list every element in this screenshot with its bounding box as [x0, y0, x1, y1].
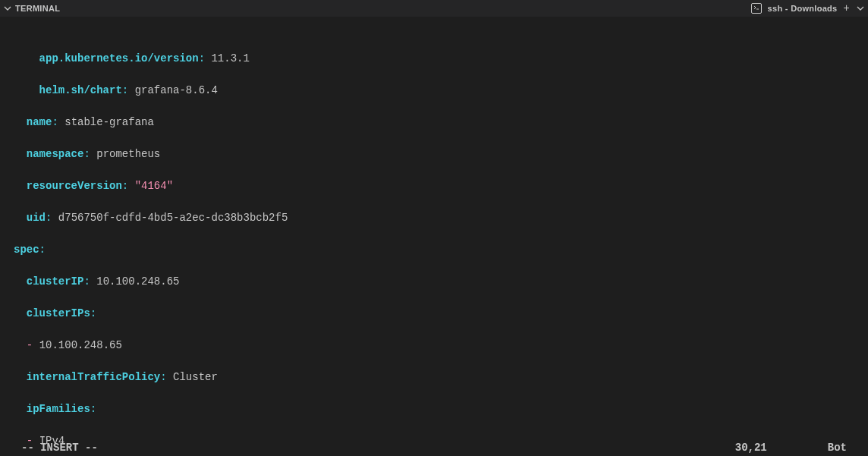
vim-scroll-pos: Bot	[828, 440, 847, 456]
yaml-line: app.kubernetes.io/version: 11.3.1	[14, 51, 868, 67]
yaml-line: clusterIP: 10.100.248.65	[14, 274, 868, 290]
terminal-tab-icon[interactable]	[751, 3, 762, 14]
yaml-line: resourceVersion: "4164"	[14, 178, 868, 194]
chevron-down-icon[interactable]	[3, 4, 12, 13]
yaml-line: internalTrafficPolicy: Cluster	[14, 370, 868, 385]
vim-status-line: -- INSERT -- 30,21 Bot	[0, 440, 868, 456]
yaml-line: ipFamilies:	[14, 401, 868, 417]
titlebar-right: ssh - Downloads	[751, 1, 865, 17]
yaml-line: namespace: prometheus	[14, 146, 868, 162]
terminal-content[interactable]: app.kubernetes.io/version: 11.3.1 helm.s…	[0, 17, 868, 456]
yaml-line: clusterIPs:	[14, 306, 868, 322]
panel-title: TERMINAL	[15, 1, 60, 17]
titlebar: TERMINAL ssh - Downloads	[0, 0, 868, 17]
chevron-down-icon[interactable]	[856, 4, 865, 13]
yaml-line: uid: d756750f-cdfd-4bd5-a2ec-dc38b3bcb2f…	[14, 210, 868, 226]
yaml-line: - 10.100.248.65	[14, 338, 868, 354]
plus-icon[interactable]	[844, 1, 850, 17]
yaml-line: spec:	[14, 242, 868, 258]
vim-mode: -- INSERT --	[14, 440, 98, 456]
yaml-line: helm.sh/chart: grafana-8.6.4	[14, 83, 868, 99]
vim-cursor-pos: 30,21	[735, 440, 767, 456]
titlebar-left: TERMINAL	[3, 1, 60, 17]
yaml-line: name: stable-grafana	[14, 115, 868, 131]
terminal-tab-label[interactable]: ssh - Downloads	[768, 1, 838, 17]
